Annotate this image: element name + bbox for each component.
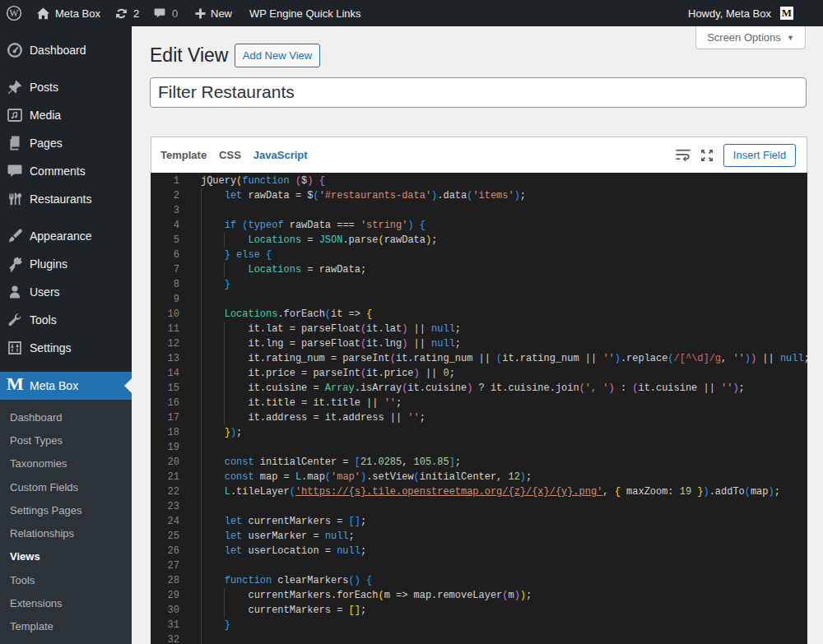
svg-text:W: W [10, 8, 19, 18]
